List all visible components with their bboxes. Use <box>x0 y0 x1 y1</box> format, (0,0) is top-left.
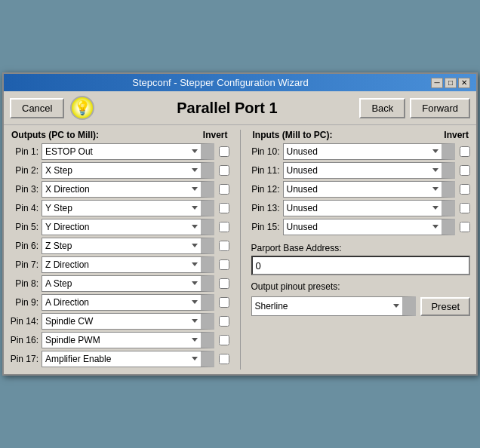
output-pin-select[interactable]: ESTOP OutX StepX DirectionY StepY Direct… <box>42 275 214 292</box>
pin-label: Pin 2: <box>10 165 38 176</box>
output-pin-row: Pin 8:ESTOP OutX StepX DirectionY StepY … <box>10 275 229 292</box>
restore-button[interactable]: □ <box>445 78 457 88</box>
titlebar-controls: ─ □ ✕ <box>431 78 470 88</box>
output-pin-invert-checkbox[interactable] <box>219 146 229 157</box>
column-divider <box>240 130 241 370</box>
preset-row: SherlineXylotexCustom Preset <box>251 296 471 316</box>
preset-button[interactable]: Preset <box>420 297 470 316</box>
input-pin-invert-checkbox[interactable] <box>460 165 470 176</box>
output-pin-select[interactable]: ESTOP OutX StepX DirectionY StepY Direct… <box>42 256 214 273</box>
output-pin-invert-checkbox[interactable] <box>219 241 229 251</box>
pin-label: Pin 9: <box>10 297 38 308</box>
cancel-button[interactable]: Cancel <box>10 98 64 118</box>
toolbar-right: Back Forward <box>359 98 470 118</box>
output-pin-select[interactable]: ESTOP OutX StepX DirectionY StepY Direct… <box>42 143 214 160</box>
output-pin-row: Pin 16:ESTOP OutX StepX DirectionY StepY… <box>10 332 229 348</box>
inputs-title: Inputs (Mill to PC): <box>253 130 333 140</box>
input-pin-row: Pin 10:UnusedX HomeY HomeZ HomeA HomeX L… <box>251 143 471 160</box>
pin-label: Pin 7: <box>10 259 38 270</box>
pin-label: Pin 17: <box>10 354 38 364</box>
input-pin-invert-checkbox[interactable] <box>460 222 470 232</box>
output-pin-row: Pin 9:ESTOP OutX StepX DirectionY StepY … <box>10 294 229 311</box>
output-pin-invert-checkbox[interactable] <box>219 203 229 213</box>
output-pin-invert-checkbox[interactable] <box>219 316 229 327</box>
pin-label: Pin 16: <box>10 335 38 345</box>
pin-label: Pin 4: <box>10 203 38 213</box>
pin-label: Pin 12: <box>251 184 280 195</box>
output-pin-row: Pin 6:ESTOP OutX StepX DirectionY StepY … <box>10 238 229 254</box>
output-pin-select[interactable]: ESTOP OutX StepX DirectionY StepY Direct… <box>42 294 214 311</box>
outputs-pins: Pin 1:ESTOP OutX StepX DirectionY StepY … <box>10 143 229 367</box>
output-pin-row: Pin 5:ESTOP OutX StepX DirectionY StepY … <box>10 219 229 235</box>
output-pin-row: Pin 14:ESTOP OutX StepX DirectionY StepY… <box>10 313 229 330</box>
input-pin-row: Pin 11:UnusedX HomeY HomeZ HomeA HomeX L… <box>251 162 471 179</box>
output-pin-invert-checkbox[interactable] <box>219 278 229 289</box>
inputs-invert-label: Invert <box>444 130 469 140</box>
output-pin-select[interactable]: ESTOP OutX StepX DirectionY StepY Direct… <box>42 181 214 198</box>
output-pin-select[interactable]: ESTOP OutX StepX DirectionY StepY Direct… <box>42 238 214 254</box>
pin-label: Pin 1: <box>10 146 38 157</box>
output-pin-invert-checkbox[interactable] <box>219 184 229 195</box>
pin-label: Pin 13: <box>251 203 280 213</box>
output-pin-invert-checkbox[interactable] <box>219 165 229 176</box>
pin-label: Pin 6: <box>10 241 38 251</box>
presets-label: Output pinout presets: <box>251 281 471 292</box>
output-pin-invert-checkbox[interactable] <box>219 222 229 232</box>
outputs-column: Outputs (PC to Mill): Invert Pin 1:ESTOP… <box>10 130 229 370</box>
pin-label: Pin 8: <box>10 278 38 289</box>
output-pin-select[interactable]: ESTOP OutX StepX DirectionY StepY Direct… <box>42 162 214 179</box>
input-pin-select[interactable]: UnusedX HomeY HomeZ HomeA HomeX LimitY L… <box>283 200 456 216</box>
output-pin-row: Pin 1:ESTOP OutX StepX DirectionY StepY … <box>10 143 229 160</box>
input-pin-row: Pin 12:UnusedX HomeY HomeZ HomeA HomeX L… <box>251 181 471 198</box>
pin-label: Pin 3: <box>10 184 38 195</box>
output-pin-select[interactable]: ESTOP OutX StepX DirectionY StepY Direct… <box>42 313 214 330</box>
input-pin-row: Pin 13:UnusedX HomeY HomeZ HomeA HomeX L… <box>251 200 471 216</box>
preset-select[interactable]: SherlineXylotexCustom <box>251 296 417 316</box>
pin-label: Pin 14: <box>10 316 38 327</box>
input-pin-invert-checkbox[interactable] <box>460 203 470 213</box>
inputs-column: Inputs (Mill to PC): Invert Pin 10:Unuse… <box>251 130 471 370</box>
address-label: Parport Base Address: <box>251 243 471 253</box>
output-pin-row: Pin 2:ESTOP OutX StepX DirectionY StepY … <box>10 162 229 179</box>
forward-button[interactable]: Forward <box>410 98 470 118</box>
toolbar-left: Cancel 💡 <box>10 96 94 120</box>
pin-label: Pin 11: <box>251 165 280 176</box>
pin-label: Pin 5: <box>10 222 38 232</box>
output-pin-select[interactable]: ESTOP OutX StepX DirectionY StepY Direct… <box>42 200 214 216</box>
main-window: Stepconf - Stepper Configuration Wizard … <box>2 72 478 376</box>
input-pin-select[interactable]: UnusedX HomeY HomeZ HomeA HomeX LimitY L… <box>283 162 456 179</box>
output-pin-row: Pin 4:ESTOP OutX StepX DirectionY StepY … <box>10 200 229 216</box>
input-pin-row: Pin 15:UnusedX HomeY HomeZ HomeA HomeX L… <box>251 219 471 235</box>
input-pin-select[interactable]: UnusedX HomeY HomeZ HomeA HomeX LimitY L… <box>283 181 456 198</box>
titlebar: Stepconf - Stepper Configuration Wizard … <box>4 74 476 91</box>
help-icon[interactable]: 💡 <box>70 96 94 120</box>
output-pin-select[interactable]: ESTOP OutX StepX DirectionY StepY Direct… <box>42 351 214 367</box>
window-title: Stepconf - Stepper Configuration Wizard <box>10 77 431 88</box>
input-pin-select[interactable]: UnusedX HomeY HomeZ HomeA HomeX LimitY L… <box>283 143 456 160</box>
pin-label: Pin 15: <box>251 222 280 232</box>
output-pin-invert-checkbox[interactable] <box>219 297 229 308</box>
output-pin-select[interactable]: ESTOP OutX StepX DirectionY StepY Direct… <box>42 332 214 348</box>
address-input[interactable] <box>251 256 471 275</box>
page-title: Parallel Port 1 <box>100 100 353 117</box>
toolbar: Cancel 💡 Parallel Port 1 Back Forward <box>4 91 476 125</box>
output-pin-invert-checkbox[interactable] <box>219 259 229 270</box>
input-pin-select[interactable]: UnusedX HomeY HomeZ HomeA HomeX LimitY L… <box>283 219 456 235</box>
output-pin-invert-checkbox[interactable] <box>219 335 229 345</box>
outputs-invert-label: Invert <box>203 130 228 140</box>
input-pin-invert-checkbox[interactable] <box>460 146 470 157</box>
back-button[interactable]: Back <box>359 98 405 118</box>
inputs-pins: Pin 10:UnusedX HomeY HomeZ HomeA HomeX L… <box>251 143 471 235</box>
minimize-button[interactable]: ─ <box>431 78 443 88</box>
parport-section: Parport Base Address: Output pinout pres… <box>251 243 471 316</box>
outputs-header: Outputs (PC to Mill): Invert <box>10 130 229 140</box>
outputs-title: Outputs (PC to Mill): <box>11 130 99 140</box>
output-pin-row: Pin 17:ESTOP OutX StepX DirectionY StepY… <box>10 351 229 367</box>
inputs-header: Inputs (Mill to PC): Invert <box>251 130 471 140</box>
output-pin-row: Pin 7:ESTOP OutX StepX DirectionY StepY … <box>10 256 229 273</box>
output-pin-invert-checkbox[interactable] <box>219 354 229 364</box>
input-pin-invert-checkbox[interactable] <box>460 184 470 195</box>
output-pin-select[interactable]: ESTOP OutX StepX DirectionY StepY Direct… <box>42 219 214 235</box>
close-button[interactable]: ✕ <box>458 78 470 88</box>
output-pin-row: Pin 3:ESTOP OutX StepX DirectionY StepY … <box>10 181 229 198</box>
